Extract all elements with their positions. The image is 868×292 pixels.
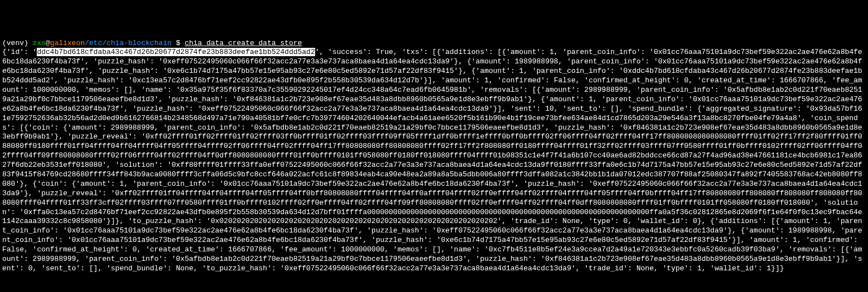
cwd-path: /etc/chia-blockchain xyxy=(85,39,171,47)
shell-prompt: (venv) zxs@galixeon/etc/chia-blockchain … xyxy=(2,39,302,47)
output-prefix: {'id': ' xyxy=(2,48,37,56)
at-symbol: @ xyxy=(46,39,50,47)
prompt-dollar: $ xyxy=(171,39,184,47)
username: zxs xyxy=(33,39,46,47)
selected-id[interactable]: ddc4b7bd618cfdaba43c467d26b20677d2874fe2… xyxy=(37,48,315,56)
typed-command[interactable]: chia data create_data_store xyxy=(185,39,302,47)
terminal-output: (venv) zxs@galixeon/etc/chia-blockchain … xyxy=(2,39,866,274)
hostname: galixeon xyxy=(50,39,85,47)
output-body: ', 'success': True, 'txs': [{'additions'… xyxy=(2,48,862,272)
venv-indicator: (venv) xyxy=(2,39,33,47)
